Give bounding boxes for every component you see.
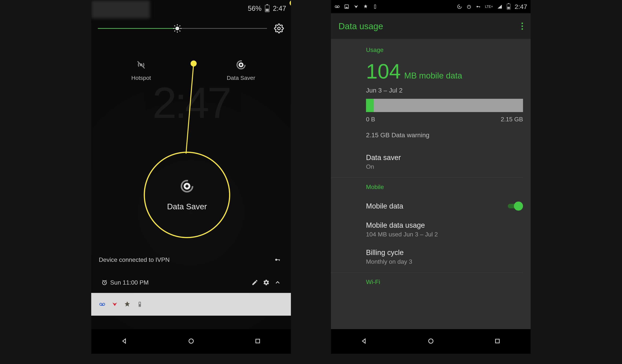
signal-icon xyxy=(497,4,503,9)
data-saver-icon xyxy=(180,179,194,193)
svg-line-4 xyxy=(180,31,180,31)
notification-peek[interactable] xyxy=(91,293,291,316)
svg-rect-55 xyxy=(496,339,499,343)
svg-marker-35 xyxy=(123,339,126,343)
usage-number: 104 xyxy=(366,59,401,83)
usage-bar-labels: 0 B 2.15 GB xyxy=(366,116,523,123)
svg-rect-51 xyxy=(479,6,480,8)
svg-line-28 xyxy=(103,280,103,281)
nav-recents-icon[interactable] xyxy=(494,337,501,345)
svg-rect-34 xyxy=(139,304,140,306)
mobile-data-switch[interactable] xyxy=(508,202,523,211)
qs-tile-label: Hotspot xyxy=(131,75,151,81)
brightness-slider[interactable] xyxy=(98,28,267,29)
chevron-up-icon[interactable] xyxy=(272,279,283,286)
usage-bar-min: 0 B xyxy=(366,116,375,123)
navigation-bar xyxy=(91,329,291,354)
hotspot-off-icon xyxy=(136,59,147,71)
svg-point-30 xyxy=(100,303,102,306)
svg-marker-53 xyxy=(362,339,365,343)
brightness-thumb-icon[interactable] xyxy=(172,23,183,34)
svg-line-27 xyxy=(104,283,105,284)
settings-content: Usage 104 MB mobile data Jun 3 – Jul 2 0… xyxy=(331,39,531,329)
status-bar: 56% 2:47 xyxy=(91,0,291,17)
battery-icon xyxy=(265,5,270,12)
phone-data-usage: LTE+ 2:47 Data usage Usage 104 MB mobile… xyxy=(331,0,531,354)
section-header: Mobile xyxy=(366,184,523,191)
app-icon-red xyxy=(111,301,118,308)
row-billing-cycle[interactable]: Billing cycle Monthly on day 3 xyxy=(366,243,523,270)
leaf-icon xyxy=(124,301,131,308)
row-subtitle: Monthly on day 3 xyxy=(366,258,523,265)
usage-bar xyxy=(366,99,523,112)
gear-icon[interactable] xyxy=(261,279,272,286)
section-header: Wi-Fi xyxy=(366,279,523,286)
row-title: Billing cycle xyxy=(366,249,523,257)
section-header: Usage xyxy=(366,46,523,54)
battery-small-icon xyxy=(136,301,143,308)
row-title: Mobile data usage xyxy=(366,221,523,230)
battery-small-icon xyxy=(372,4,378,9)
nav-home-icon[interactable] xyxy=(427,337,435,345)
nav-back-icon[interactable] xyxy=(361,337,368,345)
app-bar: Data usage xyxy=(331,13,531,39)
key-icon xyxy=(272,256,283,263)
row-mobile-data[interactable]: Mobile data xyxy=(366,196,523,216)
alarm-icon xyxy=(466,4,472,9)
navigation-bar xyxy=(331,329,531,354)
usage-bar-fill xyxy=(366,99,374,112)
row-title: Mobile data xyxy=(366,202,403,210)
svg-point-36 xyxy=(189,339,193,343)
row-title: Data saver xyxy=(366,153,523,162)
nav-home-icon[interactable] xyxy=(187,337,195,345)
svg-point-38 xyxy=(335,6,337,8)
overflow-menu-icon[interactable] xyxy=(522,22,523,30)
svg-point-0 xyxy=(175,27,179,30)
nav-back-icon[interactable] xyxy=(121,337,128,345)
status-bar: LTE+ 2:47 xyxy=(331,0,531,13)
svg-marker-52 xyxy=(498,5,502,9)
status-time: 2:47 xyxy=(273,4,286,13)
row-mobile-usage[interactable]: Mobile data usage 104 MB used Jun 3 – Ju… xyxy=(366,216,523,243)
qs-tile-data-saver[interactable]: Data Saver xyxy=(191,45,291,95)
svg-point-39 xyxy=(337,6,339,8)
data-saver-status-icon xyxy=(457,4,462,9)
data-warning: 2.15 GB Data warning xyxy=(366,131,523,139)
svg-point-54 xyxy=(428,339,433,343)
usage-unit: MB mobile data xyxy=(404,71,462,80)
divider xyxy=(331,177,523,178)
svg-rect-24 xyxy=(279,260,280,261)
image-icon xyxy=(344,4,350,9)
svg-point-9 xyxy=(278,27,280,30)
status-time: 2:47 xyxy=(515,3,527,10)
alarm-clock-icon xyxy=(99,279,110,286)
phone-quick-settings: 2:47 56% 2:47 Hotspot xyxy=(91,0,291,354)
section-usage: Usage 104 MB mobile data Jun 3 – Jul 2 0… xyxy=(331,39,531,299)
svg-rect-37 xyxy=(256,339,260,343)
row-subtitle: On xyxy=(366,163,523,170)
callout-label: Data Saver xyxy=(167,202,207,211)
usage-amount: 104 MB mobile data xyxy=(366,59,523,83)
nav-recents-icon[interactable] xyxy=(254,337,261,345)
svg-line-7 xyxy=(175,31,175,31)
qs-tile-hotspot[interactable]: Hotspot xyxy=(91,45,191,95)
svg-line-3 xyxy=(175,25,175,26)
key-icon xyxy=(476,4,481,9)
brightness-fill xyxy=(98,28,177,29)
svg-marker-42 xyxy=(345,7,348,8)
callout-content: Data Saver xyxy=(144,152,230,238)
quick-settings-tiles: Hotspot Data Saver xyxy=(91,45,291,95)
qs-tile-label: Data Saver xyxy=(227,75,255,81)
brightness-slider-row xyxy=(91,23,291,34)
page-title: Data usage xyxy=(338,21,383,31)
voicemail-icon xyxy=(334,4,340,9)
vpn-notification[interactable]: Device connected to IVPN xyxy=(91,250,291,269)
settings-gear-icon[interactable] xyxy=(274,23,284,34)
edit-icon[interactable] xyxy=(249,279,261,286)
leaf-icon xyxy=(363,4,369,9)
svg-rect-43 xyxy=(374,5,376,9)
row-data-saver[interactable]: Data saver On xyxy=(366,148,523,175)
alarm-notification[interactable]: Sun 11:00 PM xyxy=(91,273,291,292)
svg-point-31 xyxy=(103,303,105,306)
data-saver-icon xyxy=(235,59,247,71)
